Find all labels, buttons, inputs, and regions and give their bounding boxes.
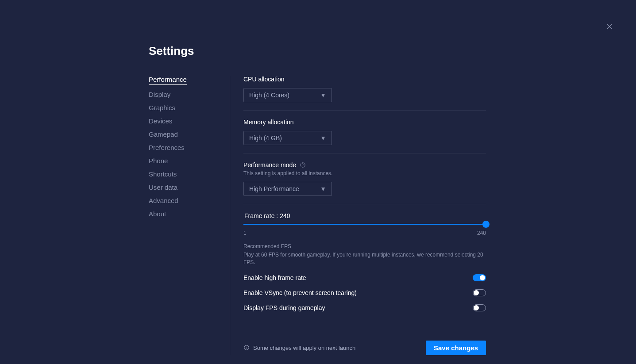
cpu-allocation-select[interactable]: High (4 Cores) ▼ xyxy=(243,88,332,102)
help-icon[interactable] xyxy=(300,162,306,168)
info-icon xyxy=(243,345,250,351)
enable-vsync-row: Enable VSync (to prevent screen tearing) xyxy=(243,289,486,296)
sidebar-item-devices[interactable]: Devices xyxy=(149,117,230,125)
slider-min: 1 xyxy=(243,230,247,236)
frame-rate-slider[interactable] xyxy=(243,224,486,225)
footer-note: Some changes will apply on next launch xyxy=(243,345,355,351)
enable-vsync-toggle[interactable] xyxy=(473,289,486,296)
footer-note-text: Some changes will apply on next launch xyxy=(253,345,355,351)
sidebar-item-shortcuts[interactable]: Shortcuts xyxy=(149,170,230,178)
memory-allocation-select[interactable]: High (4 GB) ▼ xyxy=(243,131,332,145)
chevron-down-icon: ▼ xyxy=(320,92,326,99)
slider-track xyxy=(243,224,486,225)
sidebar-item-graphics[interactable]: Graphics xyxy=(149,104,230,111)
memory-allocation-label: Memory allocation xyxy=(243,119,486,126)
slider-thumb[interactable] xyxy=(482,221,490,228)
display-fps-row: Display FPS during gameplay xyxy=(243,304,486,311)
display-fps-toggle[interactable] xyxy=(473,304,486,311)
frame-rate-label: Frame rate : 240 xyxy=(244,212,486,219)
settings-content: CPU allocation High (4 Cores) ▼ Memory a… xyxy=(243,76,486,355)
cpu-allocation-section: CPU allocation High (4 Cores) ▼ xyxy=(243,76,486,111)
chevron-down-icon: ▼ xyxy=(320,134,326,142)
display-fps-label: Display FPS during gameplay xyxy=(243,304,325,311)
sidebar-item-display[interactable]: Display xyxy=(149,91,230,98)
footer: Some changes will apply on next launch S… xyxy=(243,341,486,355)
chevron-down-icon: ▼ xyxy=(320,185,326,192)
save-changes-button[interactable]: Save changes xyxy=(426,341,486,355)
sidebar-item-performance[interactable]: Performance xyxy=(149,76,187,85)
close-icon xyxy=(605,22,614,31)
slider-range: 1 240 xyxy=(243,230,486,236)
enable-high-frame-rate-toggle[interactable] xyxy=(473,274,486,281)
recommended-fps-text: Play at 60 FPS for smooth gameplay. If y… xyxy=(243,251,486,266)
close-button[interactable] xyxy=(605,22,614,31)
sidebar-item-about[interactable]: About xyxy=(149,210,230,218)
performance-mode-select[interactable]: High Performance ▼ xyxy=(243,182,332,196)
enable-high-frame-rate-row: Enable high frame rate xyxy=(243,274,486,281)
memory-allocation-value: High (4 GB) xyxy=(249,134,282,142)
settings-sidebar: Performance Display Graphics Devices Gam… xyxy=(149,76,230,355)
sidebar-item-user-data[interactable]: User data xyxy=(149,184,230,191)
enable-high-frame-rate-label: Enable high frame rate xyxy=(243,274,306,281)
recommended-fps-title: Recommended FPS xyxy=(243,243,486,249)
enable-vsync-label: Enable VSync (to prevent screen tearing) xyxy=(243,289,357,296)
slider-max: 240 xyxy=(477,230,486,236)
performance-mode-value: High Performance xyxy=(249,185,299,192)
performance-mode-section: Performance mode This setting is applied… xyxy=(243,161,486,204)
performance-mode-label: Performance mode xyxy=(243,161,296,169)
cpu-allocation-label: CPU allocation xyxy=(243,76,486,83)
frame-rate-section: Frame rate : 240 1 240 Recommended FPS P… xyxy=(243,212,486,319)
sidebar-item-phone[interactable]: Phone xyxy=(149,157,230,165)
memory-allocation-section: Memory allocation High (4 GB) ▼ xyxy=(243,119,486,153)
sidebar-item-advanced[interactable]: Advanced xyxy=(149,197,230,204)
page-title: Settings xyxy=(149,44,636,58)
performance-mode-hint: This setting is applied to all instances… xyxy=(243,170,486,176)
cpu-allocation-value: High (4 Cores) xyxy=(249,92,289,99)
sidebar-item-preferences[interactable]: Preferences xyxy=(149,144,230,151)
sidebar-item-gamepad[interactable]: Gamepad xyxy=(149,130,230,138)
